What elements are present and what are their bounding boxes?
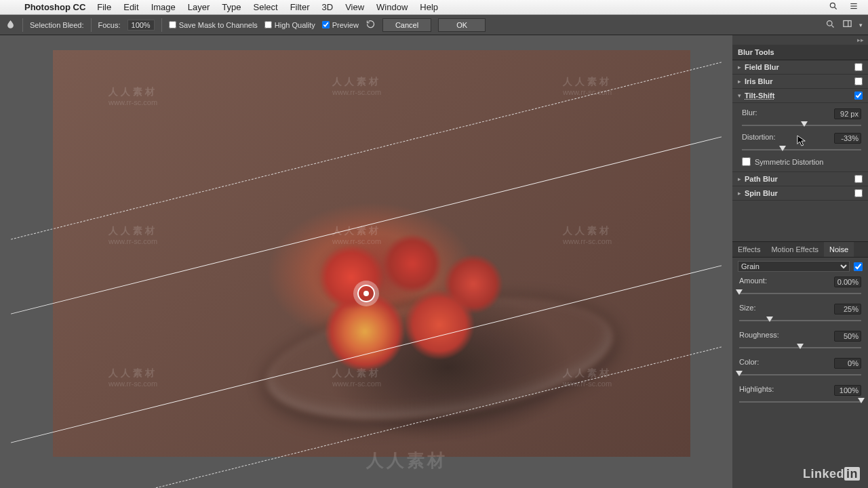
chevron-down-icon: ▾	[738, 92, 745, 99]
distortion-value[interactable]: -33%	[834, 133, 861, 144]
highlights-label: Highlights:	[739, 385, 774, 396]
blur-label: Blur:	[742, 108, 757, 119]
menu-edit[interactable]: Edit	[117, 2, 144, 12]
noise-enable-toggle[interactable]	[854, 262, 863, 271]
blur-tool-icon[interactable]	[5, 19, 16, 30]
blur-tools-header: Blur Tools	[732, 45, 868, 60]
color-label: Color:	[739, 358, 759, 369]
symmetric-distortion-checkbox[interactable]: Symmetric Distortion	[742, 157, 861, 166]
path-blur-row[interactable]: ▸ Path Blur	[732, 172, 868, 186]
menu-layer[interactable]: Layer	[182, 2, 216, 12]
search-fields-icon[interactable]	[825, 19, 835, 30]
effects-tabs: Effects Motion Effects Noise	[732, 241, 868, 258]
roughness-value[interactable]: 50%	[834, 331, 861, 342]
reset-icon[interactable]	[366, 19, 376, 30]
path-blur-toggle[interactable]	[854, 175, 863, 183]
right-panels: ▸▸ Blur Tools ▸ Field Blur ▸ Iris Blur ▾…	[732, 35, 868, 488]
chevron-right-icon: ▸	[738, 78, 745, 85]
svg-line-1	[835, 7, 837, 9]
noise-type-select[interactable]: Grain	[738, 261, 850, 272]
cancel-button[interactable]: Cancel	[382, 18, 431, 32]
canvas-area[interactable]: 人人素材www.rr-sc.com 人人素材www.rr-sc.com 人人素材…	[0, 35, 732, 488]
search-icon[interactable]	[829, 1, 838, 13]
chevron-right-icon: ▸	[738, 190, 745, 197]
menu-filter[interactable]: Filter	[284, 2, 316, 12]
focus-value[interactable]: 100%	[127, 20, 155, 30]
menu-help[interactable]: Help	[414, 2, 444, 12]
highlights-slider[interactable]	[739, 399, 861, 405]
amount-label: Amount:	[739, 277, 767, 287]
roughness-slider[interactable]	[739, 344, 861, 351]
color-value[interactable]: 0%	[834, 358, 861, 369]
svg-point-5	[827, 21, 833, 26]
app-name[interactable]: Photoshop CC	[19, 2, 91, 12]
list-icon[interactable]	[849, 1, 859, 13]
save-mask-checkbox[interactable]: Save Mask to Channels	[169, 21, 258, 29]
mac-menubar: Photoshop CC File Edit Image Layer Type …	[0, 0, 868, 15]
linkedin-branding: Linkedin	[803, 467, 860, 481]
roughness-label: Roughness:	[739, 331, 779, 342]
focus-label: Focus:	[98, 21, 121, 29]
menu-image[interactable]: Image	[145, 2, 182, 12]
tilt-shift-row[interactable]: ▾ Tilt-Shift	[732, 89, 868, 103]
iris-blur-row[interactable]: ▸ Iris Blur	[732, 75, 868, 89]
tab-motion-effects[interactable]: Motion Effects	[766, 242, 824, 257]
selection-bleed-label: Selection Bleed:	[30, 21, 84, 29]
size-value[interactable]: 25%	[834, 304, 861, 314]
spin-blur-row[interactable]: ▸ Spin Blur	[732, 186, 868, 201]
preview-checkbox[interactable]: Preview	[322, 21, 359, 29]
blur-pin[interactable]	[357, 285, 375, 302]
iris-blur-toggle[interactable]	[854, 77, 863, 85]
field-blur-toggle[interactable]	[854, 63, 863, 71]
menu-view[interactable]: View	[339, 2, 370, 12]
menu-3d[interactable]: 3D	[316, 2, 340, 12]
spin-blur-toggle[interactable]	[854, 189, 863, 197]
blur-value[interactable]: 92 px	[834, 108, 861, 119]
blur-slider[interactable]	[742, 122, 861, 129]
color-slider[interactable]	[739, 371, 861, 378]
chevron-right-icon: ▸	[738, 64, 745, 70]
menu-window[interactable]: Window	[370, 2, 414, 12]
amount-slider[interactable]	[739, 290, 861, 297]
canvas-image	[53, 50, 690, 457]
svg-rect-7	[844, 21, 851, 27]
collapse-panel-icon[interactable]: ▸▸	[732, 35, 868, 45]
chevron-down-icon[interactable]: ▾	[859, 22, 863, 28]
high-quality-checkbox[interactable]: High Quality	[264, 21, 315, 29]
options-bar: Selection Bleed: Focus: 100% Save Mask t…	[0, 15, 868, 35]
distortion-label: Distortion:	[742, 133, 776, 144]
size-slider[interactable]	[739, 317, 861, 324]
workspace: 人人素材www.rr-sc.com 人人素材www.rr-sc.com 人人素材…	[0, 35, 868, 488]
menu-file[interactable]: File	[91, 2, 117, 12]
apples	[297, 223, 514, 379]
field-blur-row[interactable]: ▸ Field Blur	[732, 60, 868, 75]
chevron-right-icon: ▸	[738, 176, 745, 182]
distortion-slider[interactable]	[742, 146, 861, 153]
tab-effects[interactable]: Effects	[732, 242, 766, 257]
menu-select[interactable]: Select	[247, 2, 283, 12]
highlights-value[interactable]: 100%	[834, 385, 861, 396]
menu-type[interactable]: Type	[216, 2, 247, 12]
tilt-shift-controls: Blur: 92 px Distortion: -33% Symmetric D…	[732, 103, 868, 172]
ok-button[interactable]: OK	[438, 18, 486, 32]
workspace-switcher-icon[interactable]	[842, 19, 852, 30]
size-label: Size:	[739, 304, 755, 314]
svg-point-0	[830, 3, 835, 7]
tab-noise[interactable]: Noise	[824, 242, 854, 257]
amount-value[interactable]: 0.00%	[834, 277, 861, 287]
svg-line-6	[831, 25, 833, 27]
tilt-shift-toggle[interactable]	[854, 92, 863, 100]
